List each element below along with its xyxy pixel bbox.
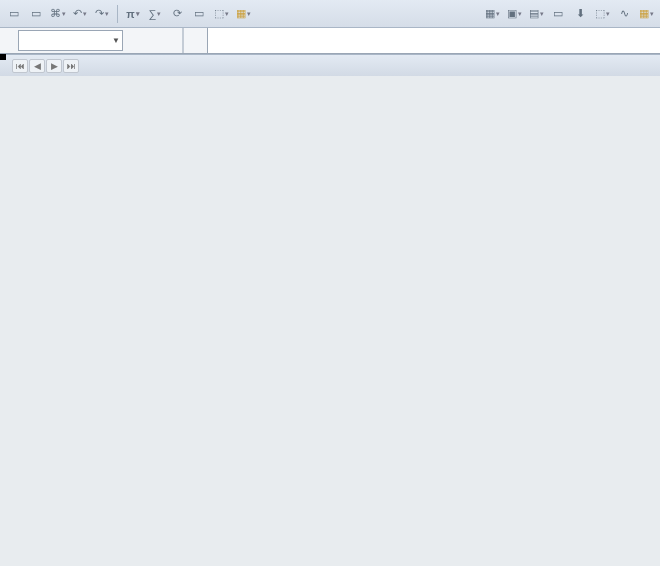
rb-btn-2[interactable]: ▣ xyxy=(504,4,524,24)
rb-btn-3[interactable]: ▤ xyxy=(526,4,546,24)
formula-input[interactable] xyxy=(207,28,660,53)
separator xyxy=(117,5,118,23)
rb-btn-7[interactable]: ▦ xyxy=(636,4,656,24)
qa-btn-pi[interactable]: π xyxy=(123,4,143,24)
qa-btn-undo[interactable]: ↶ xyxy=(70,4,90,24)
qa-btn-grid[interactable]: ▦ xyxy=(233,4,253,24)
quick-access-toolbar: ▭ ▭ ⌘ ↶ ↷ π ∑ ⟳ ▭ ⬚ ▦ ▦ ▣ ▤ ▭ ⬇ ⬚ ∿ ▦ xyxy=(0,0,660,28)
qa-btn-redo[interactable]: ↷ xyxy=(92,4,112,24)
tab-last-icon[interactable]: ⏭ xyxy=(63,59,79,73)
tab-next-icon[interactable]: ▶ xyxy=(46,59,62,73)
rb-btn-6[interactable]: ∿ xyxy=(614,4,634,24)
qa-btn-refresh[interactable]: ⟳ xyxy=(167,4,187,24)
rb-btn-1[interactable]: ▦ xyxy=(482,4,502,24)
fx-icon[interactable] xyxy=(183,28,207,53)
name-box[interactable]: ▼ xyxy=(18,30,123,51)
rb-btn-4[interactable]: ▭ xyxy=(548,4,568,24)
qa-btn-dash[interactable]: ⬚ xyxy=(211,4,231,24)
chevron-down-icon[interactable]: ▼ xyxy=(112,36,120,45)
tab-first-icon[interactable]: ⏮ xyxy=(12,59,28,73)
tab-prev-icon[interactable]: ◀ xyxy=(29,59,45,73)
qa-btn-3[interactable]: ⌘ xyxy=(48,4,68,24)
qa-btn-2[interactable]: ▭ xyxy=(26,4,46,24)
rb-btn-5[interactable]: ⬚ xyxy=(592,4,612,24)
qa-btn-sheet[interactable]: ▭ xyxy=(189,4,209,24)
qa-btn-sigma[interactable]: ∑ xyxy=(145,4,165,24)
formula-bar: ▼ xyxy=(0,28,660,54)
tab-nav: ⏮ ◀ ▶ ⏭ xyxy=(12,59,79,73)
qa-btn-1[interactable]: ▭ xyxy=(4,4,24,24)
sheet-tabs-bar: ⏮ ◀ ▶ ⏭ xyxy=(0,54,660,76)
rb-btn-down[interactable]: ⬇ xyxy=(570,4,590,24)
